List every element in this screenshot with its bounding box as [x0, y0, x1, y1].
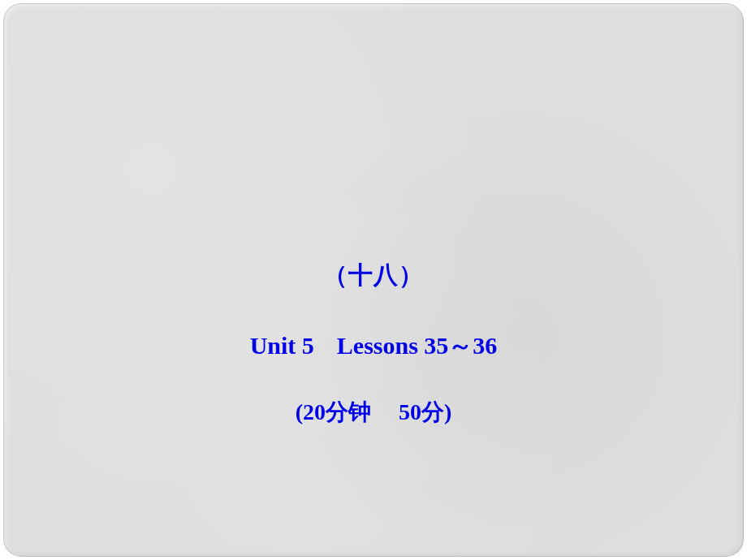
duration-label: (20分钟 [296, 399, 371, 424]
lessons-label: Lessons 35～36 [337, 332, 498, 359]
time-score-line: (20分钟50分) [250, 397, 498, 428]
slide-frame: （十八） Unit 5Lessons 35～36 (20分钟50分) [3, 3, 744, 557]
score-label: 50分) [399, 399, 451, 424]
slide-content: （十八） Unit 5Lessons 35～36 (20分钟50分) [250, 259, 498, 428]
unit-lessons-line: Unit 5Lessons 35～36 [250, 330, 498, 363]
unit-label: Unit 5 [250, 332, 314, 359]
chapter-number: （十八） [250, 259, 498, 292]
